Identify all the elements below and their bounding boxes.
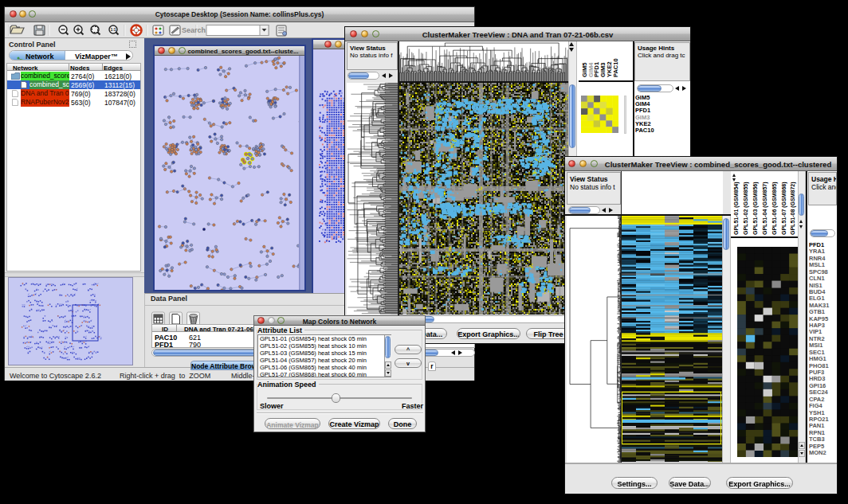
- svg-text:1:1: 1:1: [110, 27, 116, 32]
- svg-text:Search:: Search:: [182, 26, 208, 34]
